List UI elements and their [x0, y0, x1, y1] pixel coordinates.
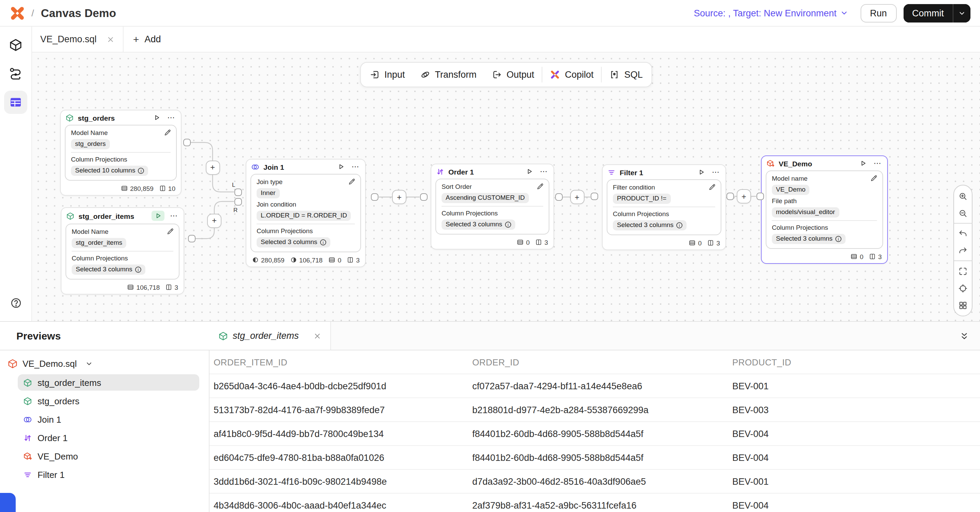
- center-view-button[interactable]: [954, 279, 972, 296]
- preview-tab-stg-order-items[interactable]: stg_order_items: [210, 322, 331, 350]
- zoom-out-button[interactable]: [954, 204, 972, 222]
- info-icon[interactable]: i: [320, 239, 326, 245]
- close-tab-icon[interactable]: [107, 35, 115, 43]
- run-node-button[interactable]: [524, 167, 535, 176]
- copilot-label: Copilot: [565, 70, 594, 80]
- undo-button[interactable]: [954, 225, 972, 242]
- run-node-button[interactable]: [151, 113, 162, 122]
- info-icon[interactable]: i: [138, 167, 144, 173]
- node-menu-button[interactable]: ⋯: [538, 167, 549, 176]
- rows-icon: [121, 185, 128, 192]
- tree-item-order-1[interactable]: Order 1: [18, 430, 199, 446]
- chat-launcher[interactable]: [0, 493, 16, 512]
- run-node-button[interactable]: [858, 159, 868, 168]
- tree-item-stg-orders[interactable]: stg_orders: [18, 393, 199, 409]
- half-circle-left-icon: [252, 257, 259, 264]
- tree-item-ve-demo[interactable]: VE_Demo: [18, 448, 199, 464]
- edit-node-button[interactable]: [536, 183, 544, 190]
- tab-ve-demo-sql[interactable]: VE_Demo.sql: [32, 27, 124, 52]
- editor-tab-bar: VE_Demo.sql + Add: [32, 27, 980, 52]
- environment-selector[interactable]: Source: , Target: New Environment: [694, 8, 848, 18]
- node-stg-orders[interactable]: stg_orders ⋯ Model Name stg_orders: [60, 110, 181, 196]
- edit-node-button[interactable]: [348, 178, 356, 185]
- redo-button[interactable]: [954, 242, 972, 259]
- preview-table: ORDER_ITEM_ID ORDER_ID PRODUCT_ID b265d0…: [210, 350, 980, 512]
- overview-button[interactable]: [954, 296, 972, 314]
- output-port[interactable]: [555, 193, 563, 201]
- node-order-1[interactable]: Order 1 ⋯ Sort Order Ascending CUSTOMER_…: [431, 163, 554, 249]
- add-node-on-edge-button[interactable]: +: [207, 213, 221, 228]
- paradime-logo-icon[interactable]: [10, 6, 25, 20]
- add-node-on-edge-button[interactable]: +: [392, 190, 406, 204]
- sql-button[interactable]: SQL: [602, 63, 651, 87]
- flow-icon: [9, 67, 22, 81]
- info-icon[interactable]: i: [835, 236, 842, 242]
- add-node-on-edge-button[interactable]: +: [737, 189, 751, 203]
- add-input-button[interactable]: Input: [362, 63, 412, 87]
- add-transform-button[interactable]: Transform: [412, 63, 484, 87]
- column-count: 3: [347, 256, 360, 264]
- node-filter-1[interactable]: Filter 1 ⋯ Filter condition PRODUCT_ID !…: [602, 164, 726, 250]
- tree-item-stg-order-items[interactable]: stg_order_items: [18, 374, 199, 391]
- help-button[interactable]: [5, 292, 26, 313]
- columns-icon: [869, 253, 876, 260]
- node-menu-button[interactable]: ⋯: [166, 113, 176, 122]
- model-cube-icon: [218, 331, 228, 341]
- add-node-on-edge-button[interactable]: +: [570, 190, 584, 204]
- info-icon[interactable]: i: [676, 222, 682, 228]
- field-label: Column Projections: [71, 155, 170, 163]
- chevron-down-icon: [958, 9, 966, 17]
- tree-item-filter-1[interactable]: Filter 1: [18, 466, 199, 483]
- chevron-down-icon: [86, 360, 93, 368]
- node-join-1[interactable]: Join 1 ⋯ Join type Inner Join condition: [246, 159, 366, 267]
- edit-node-button[interactable]: [167, 228, 174, 235]
- add-output-button[interactable]: Output: [484, 63, 541, 87]
- rail-item-models[interactable]: [4, 33, 27, 57]
- join-left-input-port[interactable]: [234, 188, 242, 196]
- input-port[interactable]: [757, 193, 764, 200]
- close-preview-tab-icon[interactable]: [313, 332, 321, 340]
- row-count: 0: [689, 239, 702, 247]
- canvas[interactable]: Input Transform Output Copilot: [32, 52, 980, 321]
- edit-node-button[interactable]: [870, 174, 878, 182]
- tree-root-ve-demo-sql[interactable]: VE_Demo.sql: [0, 355, 209, 372]
- field-value-pill: Selected 10 columnsi: [71, 166, 148, 176]
- node-menu-button[interactable]: ⋯: [169, 211, 179, 220]
- sql-icon: [609, 70, 620, 80]
- pencil-icon: [167, 228, 174, 235]
- output-port[interactable]: [188, 235, 196, 243]
- add-tab-button[interactable]: + Add: [124, 27, 170, 52]
- tree-item-join-1[interactable]: Join 1: [18, 411, 199, 428]
- run-node-button[interactable]: [336, 162, 346, 171]
- copilot-button[interactable]: Copilot: [542, 63, 601, 87]
- output-port[interactable]: [727, 193, 734, 200]
- commit-button[interactable]: Commit: [903, 4, 953, 22]
- node-menu-button[interactable]: ⋯: [350, 162, 360, 171]
- run-node-button[interactable]: [696, 168, 706, 177]
- fit-view-button[interactable]: [954, 263, 972, 279]
- run-node-button[interactable]: [151, 211, 164, 221]
- column-header: ORDER_ID: [472, 357, 732, 367]
- input-port[interactable]: [591, 193, 598, 200]
- node-menu-button[interactable]: ⋯: [710, 168, 721, 177]
- output-port[interactable]: [371, 193, 379, 201]
- zoom-in-button[interactable]: [954, 187, 972, 204]
- run-button[interactable]: Run: [860, 4, 896, 22]
- node-menu-button[interactable]: ⋯: [872, 159, 882, 168]
- node-title: VE_Demo: [779, 159, 812, 167]
- edit-node-button[interactable]: [164, 129, 171, 136]
- rail-item-lineage[interactable]: [4, 62, 27, 85]
- add-node-on-edge-button[interactable]: +: [205, 160, 220, 174]
- input-port[interactable]: [420, 193, 428, 201]
- join-right-input-port[interactable]: [234, 198, 242, 205]
- commit-dropdown-button[interactable]: [953, 4, 970, 22]
- edit-node-button[interactable]: [708, 183, 716, 191]
- output-port[interactable]: [183, 139, 191, 146]
- rail-item-tables[interactable]: [4, 91, 27, 114]
- info-icon[interactable]: i: [135, 266, 141, 273]
- node-ve-demo[interactable]: VE_Demo ⋯ Model name VE_Demo File path: [761, 155, 888, 264]
- plus-icon: +: [133, 33, 139, 45]
- info-icon[interactable]: i: [505, 221, 511, 227]
- node-stg-order-items[interactable]: stg_order_items ⋯ Model Name stg_order_i…: [61, 207, 184, 295]
- collapse-previews-button[interactable]: [959, 331, 969, 341]
